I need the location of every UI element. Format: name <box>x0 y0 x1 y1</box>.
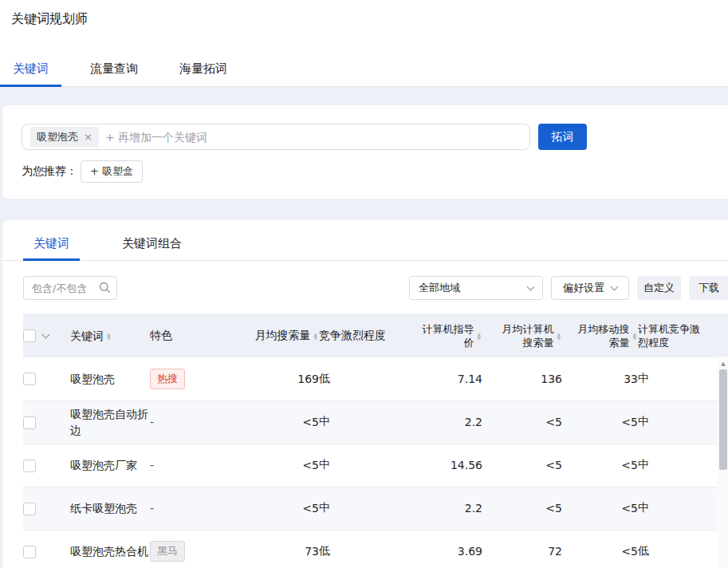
mobile-monthly-search-cell: <5 <box>562 487 638 530</box>
table-toolbar: 全部地域 偏好设置 自定义 下载 <box>23 276 728 300</box>
sort-icon[interactable]: ▲▼ <box>107 332 111 340</box>
pc-monthly-search-cell: <5 <box>482 400 562 444</box>
pc-guide-price-cell: 14.56 <box>405 444 482 487</box>
search-row: 吸塑泡壳 × 拓词 <box>22 124 714 150</box>
region-select-value: 全部地域 <box>419 281 460 295</box>
sort-icon[interactable]: ▲▼ <box>477 332 481 340</box>
pc-competition-cell: 低 <box>638 530 728 568</box>
expand-words-button[interactable]: 拓词 <box>538 124 587 150</box>
table-row: 纸卡吸塑泡壳 - <5 中 2.2 <5 <5 中 <box>23 487 728 530</box>
feature-cell: - <box>150 459 154 471</box>
table-row: 吸塑泡壳自动折边 - <5 中 2.2 <5 <5 中 <box>23 400 728 444</box>
download-button[interactable]: 下载 <box>689 276 728 300</box>
mobile-monthly-search-cell: 33 <box>562 357 638 400</box>
pc-competition-cell: 中 <box>638 357 728 400</box>
search-card: 吸塑泡壳 × 拓词 为您推荐： + 吸塑盒 <box>2 105 728 199</box>
pc-monthly-search-cell: <5 <box>482 487 562 530</box>
col-header-pc-competition: 计算机竞争激烈程度 <box>638 314 728 357</box>
keyword-cell: 吸塑泡壳自动折边 <box>70 400 150 444</box>
keywords-table: 关键词 ▲▼ 特色 月均搜索量 ▲▼ 竞争激烈程度 <box>23 314 728 568</box>
keyword-cell: 吸塑泡壳热合机 <box>70 530 150 568</box>
page-title: 关键词规划师 <box>11 11 728 28</box>
col-header-pc-monthly-search[interactable]: 月均计算机搜索量 ▲▼ <box>482 314 562 357</box>
sort-icon[interactable]: ▲▼ <box>632 332 636 340</box>
col-header-keyword[interactable]: 关键词 ▲▼ <box>70 314 150 357</box>
region-select[interactable]: 全部地域 <box>409 276 543 300</box>
pc-monthly-search-cell: <5 <box>482 444 562 487</box>
select-all-checkbox[interactable] <box>23 329 36 342</box>
tab-traffic-query[interactable]: 流量查询 <box>77 61 151 86</box>
scroll-up-icon[interactable]: ▲ <box>718 357 728 367</box>
competition-cell: 低 <box>319 357 405 400</box>
keyword-input-box[interactable]: 吸塑泡壳 × <box>22 124 530 150</box>
mobile-monthly-search-cell: <5 <box>562 444 638 487</box>
keyword-tag-label: 吸塑泡壳 <box>37 130 78 144</box>
remove-keyword-icon[interactable]: × <box>84 131 92 143</box>
scrollbar-thumb[interactable] <box>719 369 727 470</box>
filter-input-wrap <box>23 276 117 300</box>
col-header-competition: 竞争激烈程度 <box>319 314 405 357</box>
result-tab-keyword-combos[interactable]: 关键词组合 <box>112 236 192 260</box>
pc-guide-price-cell: 2.2 <box>405 400 482 444</box>
table-scrollbar[interactable]: ▲ <box>718 357 728 568</box>
competition-cell: 中 <box>319 487 405 530</box>
table-row: 吸塑泡壳 热搜 169 低 7.14 136 33 中 <box>23 357 728 400</box>
keyword-cell: 纸卡吸塑泡壳 <box>70 487 150 530</box>
hot-search-badge: 热搜 <box>150 369 185 389</box>
add-keyword-input[interactable] <box>105 131 521 144</box>
pc-guide-price-cell: 7.14 <box>405 357 482 400</box>
row-checkbox[interactable] <box>23 546 36 558</box>
dark-horse-badge: 黑马 <box>150 541 185 562</box>
recommend-row: 为您推荐： + 吸塑盒 <box>22 160 714 183</box>
tab-mass-expansion[interactable]: 海量拓词 <box>167 61 240 86</box>
col-header-feature: 特色 <box>150 314 238 357</box>
mobile-monthly-search-cell: <5 <box>562 530 638 568</box>
pc-monthly-search-cell: 136 <box>482 357 562 400</box>
pc-guide-price-cell: 3.69 <box>405 530 482 568</box>
pc-competition-cell: 中 <box>638 487 728 530</box>
tab-keywords[interactable]: 关键词 <box>0 61 61 86</box>
col-header-mobile-monthly-search[interactable]: 月均移动搜索量 ▲▼ <box>562 314 638 357</box>
keyword-tag: 吸塑泡壳 × <box>30 127 99 148</box>
result-tabs: 关键词 关键词组合 <box>2 220 728 261</box>
row-checkbox[interactable] <box>23 373 36 385</box>
monthly-search-cell: <5 <box>238 400 319 444</box>
keyword-cell: 吸塑泡壳厂家 <box>70 444 150 487</box>
chevron-down-icon <box>527 283 535 291</box>
row-checkbox[interactable] <box>23 460 36 472</box>
recommend-keyword-button[interactable]: + 吸塑盒 <box>81 160 143 183</box>
keyword-cell: 吸塑泡壳 <box>70 357 150 400</box>
table-row: 吸塑泡壳热合机 黑马 73 低 3.69 72 <5 低 <box>23 530 728 568</box>
select-menu-chevron-icon[interactable] <box>42 330 50 338</box>
sort-icon[interactable]: ▲▼ <box>557 332 561 340</box>
feature-cell: - <box>150 416 154 428</box>
main-nav-tabs: 关键词 流量查询 海量拓词 <box>0 61 728 87</box>
col-header-pc-guide-price[interactable]: 计算机指导价 ▲▼ <box>405 314 482 357</box>
preference-label: 偏好设置 <box>563 281 604 295</box>
preference-dropdown[interactable]: 偏好设置 <box>551 276 629 300</box>
col-header-monthly-search[interactable]: 月均搜索量 ▲▼ <box>238 314 319 357</box>
chevron-down-icon <box>611 283 619 291</box>
search-icon[interactable] <box>99 282 111 294</box>
monthly-search-cell: 169 <box>238 357 319 400</box>
result-tab-keywords[interactable]: 关键词 <box>23 236 80 260</box>
monthly-search-cell: <5 <box>238 487 319 530</box>
recommend-label: 为您推荐： <box>22 164 77 179</box>
pc-guide-price-cell: 2.2 <box>405 487 482 530</box>
competition-cell: 低 <box>319 530 405 568</box>
customize-button[interactable]: 自定义 <box>637 276 681 300</box>
header-check-wrap <box>23 329 70 342</box>
mobile-monthly-search-cell: <5 <box>562 400 638 444</box>
pc-competition-cell: 中 <box>638 400 728 444</box>
result-card: 关键词 关键词组合 全部地域 偏好设置 自定义 下载 <box>2 220 728 568</box>
feature-cell: - <box>150 502 154 515</box>
table-header-row: 关键词 ▲▼ 特色 月均搜索量 ▲▼ 竞争激烈程度 <box>23 314 728 357</box>
row-checkbox[interactable] <box>23 503 36 515</box>
pc-monthly-search-cell: 72 <box>482 530 562 568</box>
sort-icon[interactable]: ▲▼ <box>313 332 317 340</box>
monthly-search-cell: 73 <box>238 530 319 568</box>
table-row: 吸塑泡壳厂家 - <5 中 14.56 <5 <5 中 <box>23 444 728 487</box>
competition-cell: 中 <box>319 444 405 487</box>
row-checkbox[interactable] <box>23 416 36 429</box>
monthly-search-cell: <5 <box>238 444 319 487</box>
